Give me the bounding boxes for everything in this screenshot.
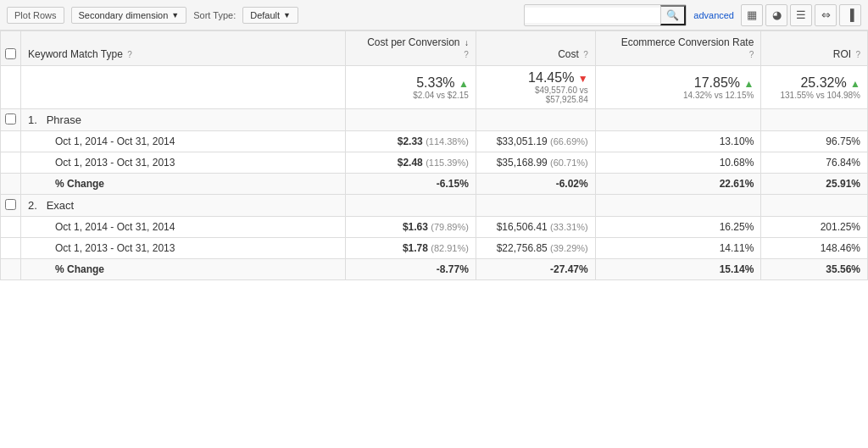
change-checkbox-cell — [1, 259, 21, 280]
change-ecommerce-rate: 22.61% — [595, 174, 761, 195]
group-number: 2. Exact — [28, 199, 74, 212]
date-roi: 96.75% — [761, 131, 868, 152]
group-name-cell: 2. Exact — [21, 195, 346, 217]
search-icon: 🔍 — [666, 9, 679, 21]
group-ecommerce-rate — [595, 109, 761, 131]
advanced-link[interactable]: advanced — [693, 10, 734, 20]
cost-per-conversion-help-icon[interactable]: ? — [464, 50, 469, 59]
group-roi — [761, 109, 868, 131]
search-button[interactable]: 🔍 — [660, 5, 686, 25]
bar-view-button[interactable]: ▐ — [839, 4, 861, 26]
date-row-checkbox-cell — [1, 217, 21, 238]
ecommerce-up-icon: ▲ — [743, 78, 754, 90]
summary-cost-per-conversion: 5.33% ▲ $2.04 vs $2.15 — [345, 66, 476, 109]
date-ecommerce-rate: 14.11% — [595, 238, 761, 259]
sort-default-dropdown[interactable]: Default ▼ — [242, 7, 298, 24]
date-label: Oct 1, 2014 - Oct 31, 2014 — [21, 217, 346, 238]
plot-rows-button[interactable]: Plot Rows — [7, 7, 64, 24]
grid-icon: ▦ — [747, 8, 757, 21]
cost-help-icon[interactable]: ? — [583, 50, 588, 59]
date-cost-per-conversion: $1.63 (79.89%) — [345, 217, 476, 238]
change-cost: -6.02% — [476, 174, 595, 195]
cost-per-conversion-header[interactable]: Cost per Conversion ↓ ? — [345, 31, 476, 66]
date-roi: 76.84% — [761, 152, 868, 174]
change-ecommerce-rate: 15.14% — [595, 259, 761, 280]
change-roi: 35.56% — [761, 259, 868, 280]
group-checkbox[interactable] — [5, 199, 16, 210]
sort-down-icon: ↓ — [465, 38, 469, 47]
list-view-button[interactable]: ☰ — [790, 4, 812, 26]
change-cost-per-conversion: -6.15% — [345, 174, 476, 195]
secondary-dimension-label: Secondary dimension — [79, 10, 169, 20]
group-cost — [476, 109, 595, 131]
date-cost: $33,051.19 (66.69%) — [476, 131, 595, 152]
roi-header: ROI ? — [761, 31, 868, 66]
search-input[interactable] — [525, 8, 660, 23]
group-cost — [476, 195, 595, 217]
change-cost-per-conversion: -8.77% — [345, 259, 476, 280]
view-icons: ▦ ◕ ☰ ⇔ ▐ — [741, 4, 861, 26]
group-number: 1. Phrase — [28, 113, 81, 126]
group-ecommerce-rate — [595, 195, 761, 217]
date-cost-per-conversion: $2.33 (114.38%) — [345, 131, 476, 152]
date-cost: $35,168.99 (60.71%) — [476, 152, 595, 174]
data-table: Keyword Match Type ? Cost per Conversion… — [0, 30, 868, 280]
date-row: Oct 1, 2013 - Oct 31, 2013 $1.78 (82.91%… — [1, 238, 868, 259]
date-cost: $16,506.41 (33.31%) — [476, 217, 595, 238]
group-checkbox-cell[interactable] — [1, 109, 21, 131]
sort-arrow-icon: ▼ — [283, 11, 291, 19]
change-cost: -27.47% — [476, 259, 595, 280]
bar-icon: ▐ — [846, 8, 854, 21]
change-row: % Change -8.77% -27.47% 15.14% 35.56% — [1, 259, 868, 280]
summary-row: 5.33% ▲ $2.04 vs $2.15 14.45% ▼ $49,557.… — [1, 66, 868, 109]
date-cost-per-conversion: $1.78 (82.91%) — [345, 238, 476, 259]
group-cost-per-conversion — [345, 109, 476, 131]
group-checkbox-cell[interactable] — [1, 195, 21, 217]
secondary-dimension-arrow-icon: ▼ — [171, 11, 179, 19]
cost-per-conversion-up-icon: ▲ — [459, 78, 469, 90]
summary-cost: 14.45% ▼ $49,557.60 vs $57,925.84 — [476, 66, 595, 109]
cost-header: Cost ? — [476, 31, 595, 66]
date-roi: 201.25% — [761, 217, 868, 238]
date-label: Oct 1, 2013 - Oct 31, 2013 — [21, 152, 346, 174]
change-row: % Change -6.15% -6.02% 22.61% 25.91% — [1, 174, 868, 195]
comparison-icon: ⇔ — [821, 8, 831, 21]
grid-view-button[interactable]: ▦ — [741, 4, 763, 26]
date-label: Oct 1, 2013 - Oct 31, 2013 — [21, 238, 346, 259]
roi-help-icon[interactable]: ? — [855, 50, 860, 59]
date-row: Oct 1, 2014 - Oct 31, 2014 $1.63 (79.89%… — [1, 217, 868, 238]
group-name-cell: 1. Phrase — [21, 109, 346, 131]
select-all-checkbox[interactable] — [5, 48, 16, 59]
keyword-match-header: Keyword Match Type ? — [21, 31, 346, 66]
change-checkbox-cell — [1, 174, 21, 195]
group-header-row: 2. Exact — [1, 195, 868, 217]
list-icon: ☰ — [796, 8, 806, 21]
change-roi: 25.91% — [761, 174, 868, 195]
keyword-help-icon[interactable]: ? — [127, 50, 132, 59]
group-checkbox[interactable] — [5, 113, 16, 124]
pie-icon: ◕ — [772, 8, 782, 21]
select-all-header[interactable] — [1, 31, 21, 66]
date-row-checkbox-cell — [1, 152, 21, 174]
change-label: % Change — [21, 259, 346, 280]
date-label: Oct 1, 2014 - Oct 31, 2014 — [21, 131, 346, 152]
date-roi: 148.46% — [761, 238, 868, 259]
date-ecommerce-rate: 13.10% — [595, 131, 761, 152]
roi-up-icon: ▲ — [850, 78, 860, 90]
group-roi — [761, 195, 868, 217]
date-cost: $22,756.85 (39.29%) — [476, 238, 595, 259]
summary-roi: 25.32% ▲ 131.55% vs 104.98% — [761, 66, 868, 109]
date-ecommerce-rate: 16.25% — [595, 217, 761, 238]
date-cost-per-conversion: $2.48 (115.39%) — [345, 152, 476, 174]
secondary-dimension-dropdown[interactable]: Secondary dimension ▼ — [71, 7, 187, 24]
group-cost-per-conversion — [345, 195, 476, 217]
comparison-view-button[interactable]: ⇔ — [815, 4, 837, 26]
pie-view-button[interactable]: ◕ — [765, 4, 787, 26]
group-header-row: 1. Phrase — [1, 109, 868, 131]
sort-type-label: Sort Type: — [193, 10, 236, 20]
ecommerce-help-icon[interactable]: ? — [749, 50, 754, 59]
date-row: Oct 1, 2014 - Oct 31, 2014 $2.33 (114.38… — [1, 131, 868, 152]
cost-down-icon: ▼ — [578, 73, 588, 85]
change-label: % Change — [21, 174, 346, 195]
summary-ecommerce-rate: 17.85% ▲ 14.32% vs 12.15% — [595, 66, 761, 109]
